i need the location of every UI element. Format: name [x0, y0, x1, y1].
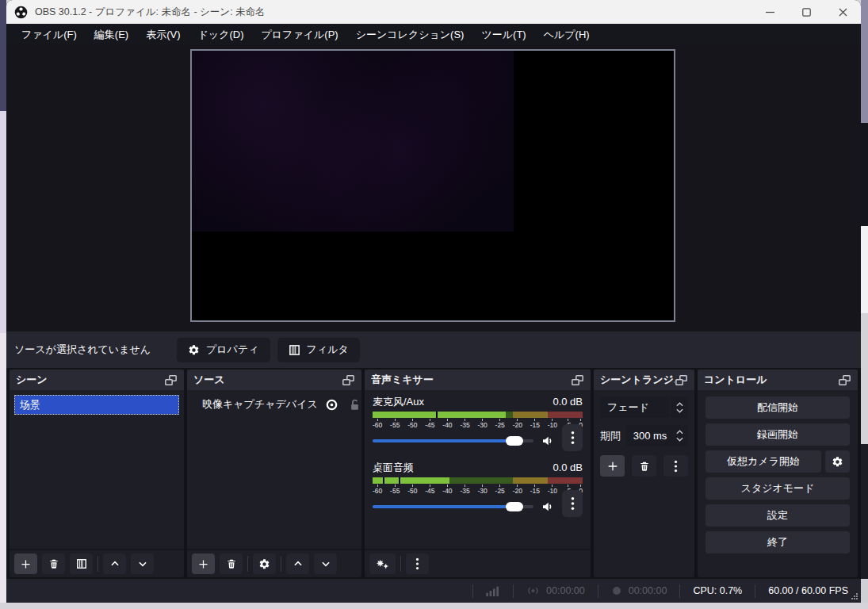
title-bar: OBS 30.1.2 - プロファイル: 未命名 - シーン: 未命名: [6, 0, 861, 24]
resize-grip[interactable]: [851, 592, 858, 600]
remove-scene-button[interactable]: [42, 553, 65, 574]
scene-up-button[interactable]: [103, 553, 126, 574]
slider-handle[interactable]: [506, 502, 523, 511]
remove-source-button[interactable]: [220, 553, 243, 574]
transition-select-arrows[interactable]: [671, 396, 688, 418]
preview-canvas[interactable]: [190, 49, 675, 322]
menu-bar: ファイル(F)編集(E)表示(V)ドック(D)プロファイル(P)シーンコレクショ…: [6, 24, 861, 45]
meter-tick-labels: -60-55-50-45-40-35-30-25-20-15-10-50: [373, 419, 583, 429]
menu-item-5[interactable]: プロファイル(P): [252, 24, 346, 45]
transition-select[interactable]: フェード: [600, 396, 669, 418]
trash-icon: [48, 558, 59, 569]
menu-item-8[interactable]: ヘルプ(H): [535, 24, 598, 45]
meter-tick-label: -55: [390, 419, 400, 429]
gear-icon: [188, 344, 200, 356]
chevron-up-icon: [293, 558, 304, 569]
volume-meter: [373, 477, 583, 484]
menu-item-6[interactable]: シーンコレクション(S): [347, 24, 473, 45]
exit-button[interactable]: 終了: [705, 531, 850, 553]
popout-dock-icon[interactable]: [164, 374, 178, 386]
menu-item-3[interactable]: 表示(V): [137, 24, 189, 45]
gear-icon: [258, 558, 270, 570]
advanced-audio-button[interactable]: [369, 553, 396, 574]
popout-dock-icon[interactable]: [838, 374, 851, 386]
volume-slider[interactable]: [373, 439, 533, 442]
spin-down-icon[interactable]: [676, 437, 683, 442]
virtual-camera-settings-button[interactable]: [825, 450, 850, 473]
mixer-options-button[interactable]: [406, 553, 429, 574]
meter-tick-label: -30: [477, 485, 487, 495]
channel-options-button[interactable]: [562, 424, 583, 451]
toolbar-separator: [98, 556, 98, 572]
source-up-button[interactable]: [286, 553, 309, 574]
add-transition-button[interactable]: [600, 455, 625, 477]
mixer-dock-title: 音声ミキサー: [371, 373, 434, 387]
window-title: OBS 30.1.2 - プロファイル: 未命名 - シーン: 未命名: [35, 6, 266, 19]
filters-button[interactable]: フィルタ: [277, 338, 360, 362]
volume-slider[interactable]: [373, 505, 533, 508]
settings-button[interactable]: 設定: [705, 504, 850, 527]
meter-peak-marker: [383, 477, 384, 484]
start-virtual-camera-button[interactable]: 仮想カメラ開始: [705, 450, 821, 473]
menu-item-7[interactable]: ツール(T): [472, 24, 534, 45]
scenes-dock-header: シーン: [10, 370, 184, 390]
slider-handle[interactable]: [506, 436, 523, 446]
remove-transition-button[interactable]: [632, 455, 656, 477]
close-button[interactable]: [824, 0, 861, 24]
menu-item-2[interactable]: 編集(E): [86, 24, 137, 45]
maximize-button[interactable]: [788, 0, 824, 24]
popout-dock-icon[interactable]: [675, 374, 688, 386]
spin-up-icon[interactable]: [676, 430, 683, 435]
properties-button[interactable]: プロパティ: [177, 338, 270, 362]
kebab-menu-icon: [571, 496, 575, 511]
desktop-fragment: [0, 603, 868, 609]
controls-dock-header: コントロール: [698, 370, 858, 390]
toolbar-separator: [247, 556, 248, 572]
toolbar-separator: [400, 556, 401, 572]
popout-dock-icon[interactable]: [571, 374, 584, 386]
source-item[interactable]: 映像キャプチャデバイス: [187, 390, 361, 412]
slider-fill: [373, 505, 514, 508]
menu-item-1[interactable]: ファイル(F): [13, 24, 86, 45]
video-capture-feed[interactable]: [192, 51, 514, 232]
start-streaming-button[interactable]: 配信開始: [705, 396, 850, 419]
meter-tick-label: -10: [548, 419, 557, 429]
speaker-icon[interactable]: [541, 500, 555, 514]
record-timer: 00:00:00: [598, 585, 680, 596]
status-bar: 00:00:00 00:00:00 CPU: 0.7% 60.00 / 60.0…: [6, 579, 861, 603]
meter-segment-red: [548, 477, 583, 484]
meter-tick-label: -45: [425, 419, 434, 429]
duration-spinbox[interactable]: 300 ms: [626, 425, 688, 446]
source-name: 映像キャプチャデバイス: [202, 397, 318, 412]
chevron-up-icon: [109, 558, 120, 569]
menu-item-4[interactable]: ドック(D): [189, 24, 253, 45]
duration-label: 期間: [600, 429, 621, 443]
signal-bars-icon: [486, 585, 500, 596]
start-recording-button[interactable]: 録画開始: [705, 423, 850, 446]
scene-filters-button[interactable]: [70, 553, 93, 574]
kebab-menu-icon: [674, 460, 678, 473]
desktop-fragment: [861, 123, 868, 226]
channel-options-button[interactable]: [562, 490, 583, 517]
transitions-dock-header: シーントランジ...: [594, 370, 694, 390]
kebab-menu-icon: [415, 557, 419, 570]
minimize-button[interactable]: [751, 0, 788, 24]
source-properties-button[interactable]: [253, 553, 276, 574]
scene-item-selected[interactable]: 场景: [14, 395, 179, 415]
add-scene-button[interactable]: [14, 553, 37, 574]
source-list: 映像キャプチャデバイス: [187, 390, 361, 549]
popout-dock-icon[interactable]: [342, 374, 355, 386]
add-source-button[interactable]: [192, 553, 215, 574]
visibility-eye-icon[interactable]: [325, 398, 338, 412]
meter-tick-label: -40: [442, 485, 452, 495]
meter-segment-green: [449, 477, 513, 484]
obs-window: OBS 30.1.2 - プロファイル: 未命名 - シーン: 未命名 ファイル…: [6, 0, 861, 603]
meter-tick-label: -35: [460, 419, 469, 429]
scene-down-button[interactable]: [131, 553, 154, 574]
studio-mode-button[interactable]: スタジオモード: [705, 477, 850, 500]
lock-unlocked-icon[interactable]: [349, 398, 361, 412]
speaker-icon[interactable]: [541, 434, 555, 448]
sources-toolbar: [187, 549, 361, 577]
source-down-button[interactable]: [314, 553, 337, 574]
transition-options-button[interactable]: [663, 455, 688, 477]
